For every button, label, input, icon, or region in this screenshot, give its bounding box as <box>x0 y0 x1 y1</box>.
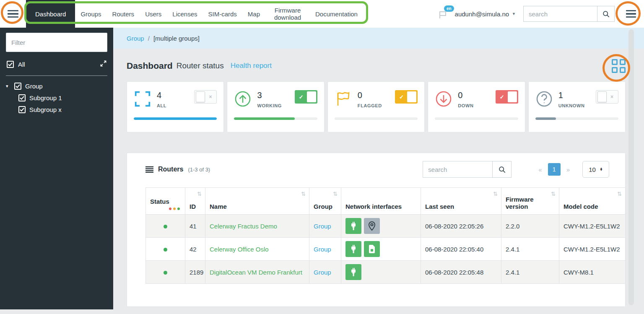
col-header-label: Model code <box>564 203 598 210</box>
nav-label: Dashboard <box>35 10 66 18</box>
nav-item-users[interactable]: Users <box>140 0 167 28</box>
col-header-label: ID <box>190 203 196 210</box>
check-icon <box>20 108 24 112</box>
pagination-page-1[interactable]: 1 <box>548 163 561 176</box>
nav-item-groups[interactable]: Groups <box>75 0 106 28</box>
location-interface-icon[interactable] <box>364 218 380 234</box>
toggle-down[interactable]: ✓ <box>496 90 518 104</box>
scrollbar[interactable] <box>628 29 634 305</box>
col-header-group[interactable]: ⇅Group <box>309 188 341 215</box>
tree-node-group[interactable]: ▾ Group <box>6 83 107 90</box>
status-card-flagged: 0 FLAGGED ✓ <box>327 81 425 132</box>
global-search-button[interactable] <box>597 6 615 22</box>
toolbar-right: « 1 » 10 ▲▼ <box>423 161 609 178</box>
table-search-button[interactable] <box>492 161 512 178</box>
col-header-last-seen[interactable]: ⇅Last seen <box>421 188 501 215</box>
checkbox-all[interactable] <box>7 61 14 68</box>
collapse-tree-icon[interactable] <box>100 60 106 68</box>
col-header-id[interactable]: ⇅ID <box>185 188 205 215</box>
nav-item-licenses[interactable]: Licenses <box>167 0 203 28</box>
sidebar-menu-button[interactable] <box>0 0 26 28</box>
sort-icon[interactable]: ⇅ <box>301 191 306 197</box>
settings-menu-button[interactable] <box>621 10 641 18</box>
router-link[interactable]: DigitalOcean VM Demo Frankfurt <box>210 269 302 276</box>
nav-item-routers[interactable]: Routers <box>107 0 140 28</box>
router-link[interactable]: Celerway Fractus Demo <box>210 223 277 230</box>
topbar-right: en audunh@simula.no ▼ <box>438 0 644 28</box>
list-icon <box>145 166 153 173</box>
tree-group-label: Group <box>25 83 43 90</box>
nav-item-documentation[interactable]: Documentation <box>310 0 363 28</box>
hamburger-icon <box>8 16 18 18</box>
group-link[interactable]: Group <box>314 223 331 230</box>
router-link[interactable]: Celerway Office Oslo <box>210 246 269 253</box>
toggle-x-glyph: × <box>610 94 613 100</box>
sort-icon[interactable]: ⇅ <box>197 191 202 197</box>
user-menu[interactable]: audunh@simula.no ▼ <box>455 10 516 18</box>
checkbox-subgroup-x[interactable] <box>18 106 26 113</box>
routers-title: Routers (1-3 of 3) <box>145 166 210 173</box>
card-text: 0 DOWN <box>458 90 473 108</box>
card-top: 4 ALL × <box>134 90 217 108</box>
toggle-knob <box>597 91 607 102</box>
tree-node-subgroup-1[interactable]: Subgroup 1 <box>18 94 107 101</box>
col-header-model-code[interactable]: ⇅Model code <box>559 188 626 215</box>
health-report-link[interactable]: Health report <box>231 62 272 70</box>
interface-icons <box>345 264 416 280</box>
table-search-input[interactable] <box>423 161 492 178</box>
dashboard-layout-icon[interactable] <box>612 59 626 73</box>
ethernet-interface-icon[interactable] <box>345 241 361 257</box>
routers-title-text: Routers <box>158 166 183 173</box>
group-link[interactable]: Group <box>314 246 331 253</box>
toggle-working[interactable]: ✓ <box>295 90 317 104</box>
ethernet-interface-icon[interactable] <box>345 218 361 234</box>
sim-interface-icon[interactable] <box>364 241 380 257</box>
topbar: Dashboard Groups Routers Users Licenses … <box>0 0 644 28</box>
global-search-input[interactable] <box>523 6 597 22</box>
table-header-row: Status ⇅ID ⇅Name ⇅Group Network interfac… <box>146 188 626 215</box>
language-badge[interactable]: en <box>444 5 454 12</box>
sidebar-item-all[interactable]: All <box>6 60 107 68</box>
breadcrumb-group-link[interactable]: Group <box>127 35 144 42</box>
status-cards: 4 ALL × 3 WORKING <box>127 81 626 132</box>
name-cell: DigitalOcean VM Demo Frankfurt <box>205 261 309 284</box>
sort-icon[interactable]: ⇅ <box>551 191 556 197</box>
checkbox-subgroup-1[interactable] <box>18 94 26 101</box>
col-header-firmware-version[interactable]: ⇅Firmware version <box>501 188 559 215</box>
checkbox-group[interactable] <box>14 83 21 90</box>
pagination-next-button[interactable]: » <box>564 166 572 173</box>
group-cell: Group <box>309 261 341 284</box>
group-filter-sidebar: All ▾ Group Subgroup 1 Subgroup x <box>0 28 113 309</box>
chevron-down-icon: ▼ <box>512 12 516 16</box>
nav-item-sim-cards[interactable]: SIM-cards <box>203 0 242 28</box>
nav-item-dashboard[interactable]: Dashboard <box>26 0 75 28</box>
hamburger-icon <box>8 13 18 15</box>
tree-node-subgroup-x[interactable]: Subgroup x <box>18 106 107 113</box>
col-header-network-interfaces[interactable]: Network interfaces <box>341 188 421 215</box>
toggle-all[interactable]: × <box>194 90 217 104</box>
user-email-text: audunh@simula.no <box>455 10 509 18</box>
toggle-flagged[interactable]: ✓ <box>395 90 418 104</box>
interface-icons <box>345 218 416 234</box>
red-dot-icon <box>169 208 171 210</box>
nav-label: Groups <box>80 10 101 18</box>
filter-input[interactable] <box>6 33 107 52</box>
language-selector[interactable]: en <box>438 9 449 19</box>
ethernet-interface-icon[interactable] <box>345 264 361 280</box>
card-top: 0 FLAGGED ✓ <box>335 90 418 108</box>
sidebar-all-label: All <box>18 61 25 68</box>
col-header-status[interactable]: Status <box>146 188 185 215</box>
toggle-unknown[interactable]: × <box>596 90 618 104</box>
sort-icon[interactable]: ⇅ <box>493 191 498 197</box>
group-link[interactable]: Group <box>314 269 331 276</box>
pagination-prev-button[interactable]: « <box>536 166 544 173</box>
tree-caret-icon[interactable]: ▾ <box>6 83 10 89</box>
page-size-select[interactable]: 10 ▲▼ <box>582 161 609 178</box>
col-header-name[interactable]: ⇅Name <box>205 188 309 215</box>
routers-table: Status ⇅ID ⇅Name ⇅Group Network interfac… <box>145 187 626 284</box>
nav-item-firmware-download[interactable]: Firmware download <box>265 0 310 28</box>
sort-icon[interactable]: ⇅ <box>617 191 622 197</box>
sort-icon[interactable]: ⇅ <box>333 191 338 197</box>
id-cell: 2189 <box>185 261 205 284</box>
nav-item-map[interactable]: Map <box>242 0 265 28</box>
